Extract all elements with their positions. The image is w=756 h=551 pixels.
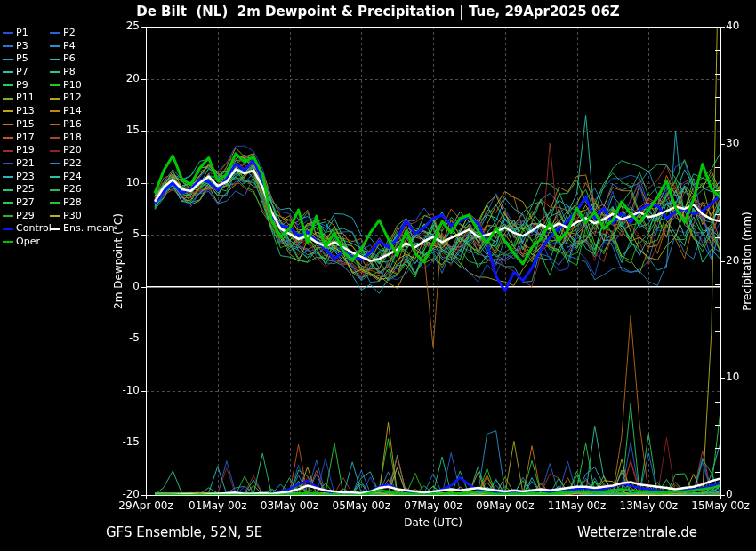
legend-entry-p25: P25 <box>3 183 50 196</box>
left-tick-label: -5 <box>102 331 140 344</box>
legend-label: P24 <box>63 171 82 184</box>
legend-entry-p30: P30 <box>50 210 148 223</box>
left-tick-label: 0 <box>102 280 140 292</box>
legend-entry-p17: P17 <box>3 132 50 145</box>
legend-label: P7 <box>16 66 28 79</box>
legend-color-swatch <box>3 84 13 86</box>
right-tick-label: 0 <box>726 488 756 500</box>
legend-label: Control <box>16 222 52 236</box>
legend-color-swatch <box>50 228 60 230</box>
x-tick-label: 07May 00z <box>396 499 470 512</box>
legend-entry-p6: P6 <box>50 52 148 66</box>
legend-color-swatch <box>50 71 60 73</box>
right-tick-label: 20 <box>726 254 756 267</box>
chart-title: De Bilt (NL) 2m Dewpoint & Precipitation… <box>0 4 756 20</box>
left-tick-label: 25 <box>102 20 140 32</box>
left-tick-label: 20 <box>102 72 140 84</box>
legend-label: P12 <box>63 92 82 105</box>
legend-color-swatch <box>3 176 13 178</box>
legend-label: P14 <box>63 105 82 118</box>
legend-label: Oper <box>16 236 40 249</box>
legend-color-swatch <box>3 163 13 164</box>
legend-color-swatch <box>50 32 60 34</box>
legend-label: P1 <box>16 27 28 40</box>
legend-color-swatch <box>50 45 60 47</box>
legend-color-swatch <box>3 71 13 73</box>
legend-entry-p15: P15 <box>3 118 50 132</box>
footer-model-label: GFS Ensemble, 52N, 5E <box>106 524 262 540</box>
right-tick-label: 40 <box>726 20 756 32</box>
x-tick-label: 13May 00z <box>611 499 686 512</box>
legend-color-swatch <box>3 150 13 152</box>
legend-label: P13 <box>16 105 35 118</box>
legend-label: P4 <box>63 40 76 53</box>
right-tick-label: 30 <box>726 137 756 149</box>
ensemble-legend: P1P2P3P4P5P6P7P8P9P10P11P12P13P14P15P16P… <box>3 27 148 249</box>
legend-color-swatch <box>50 84 60 86</box>
legend-entry-p22: P22 <box>50 157 148 171</box>
legend-label: P5 <box>16 52 28 66</box>
right-tick-label: 10 <box>726 371 756 383</box>
legend-entry-p9: P9 <box>3 79 50 92</box>
legend-label: P16 <box>63 118 82 132</box>
x-tick-label: 29Apr 00z <box>109 499 183 512</box>
legend-color-swatch <box>50 189 60 191</box>
legend-label: P10 <box>63 79 82 92</box>
left-tick-label: 10 <box>102 176 140 188</box>
legend-color-swatch <box>50 215 60 217</box>
legend-color-swatch <box>50 163 60 164</box>
legend-entry-p12: P12 <box>50 92 148 105</box>
legend-entry-p19: P19 <box>3 144 50 157</box>
legend-label: P6 <box>63 52 76 66</box>
legend-color-swatch <box>3 59 13 60</box>
legend-color-swatch <box>50 59 60 60</box>
legend-color-swatch <box>50 150 60 152</box>
legend-entry-p11: P11 <box>3 92 50 105</box>
legend-entry-p23: P23 <box>3 171 50 184</box>
left-tick-label: -20 <box>102 488 140 500</box>
legend-color-swatch <box>3 32 13 34</box>
legend-label: P27 <box>16 196 35 210</box>
legend-color-swatch <box>3 241 13 243</box>
legend-label: P17 <box>16 132 35 145</box>
x-tick-label: 09May 00z <box>468 499 543 512</box>
left-tick-label: -15 <box>102 435 140 448</box>
legend-label: P11 <box>16 92 35 105</box>
legend-color-swatch <box>3 215 13 217</box>
legend-color-swatch <box>50 110 60 112</box>
legend-entry-p14: P14 <box>50 105 148 118</box>
legend-color-swatch <box>3 228 13 230</box>
legend-entry-p7: P7 <box>3 66 50 79</box>
legend-label: P9 <box>16 79 28 92</box>
legend-label: P21 <box>16 157 35 171</box>
legend-color-swatch <box>3 45 13 47</box>
legend-label: P30 <box>63 210 82 223</box>
legend-color-swatch <box>50 202 60 204</box>
legend-entry-control: Control <box>3 222 50 236</box>
legend-label: P29 <box>16 210 35 223</box>
legend-label: P26 <box>63 183 82 196</box>
legend-color-swatch <box>3 189 13 191</box>
legend-color-swatch <box>50 137 60 139</box>
legend-entry-p1: P1 <box>3 27 50 40</box>
legend-color-swatch <box>50 98 60 100</box>
legend-entry-p4: P4 <box>50 40 148 53</box>
legend-entry-p13: P13 <box>3 105 50 118</box>
legend-label: P2 <box>63 27 76 40</box>
legend-label: P15 <box>16 118 35 132</box>
left-tick-label: 5 <box>102 228 140 240</box>
legend-color-swatch <box>50 176 60 178</box>
x-tick-label: 01May 00z <box>181 499 255 512</box>
legend-label: P23 <box>16 171 35 184</box>
legend-color-swatch <box>3 202 13 204</box>
legend-entry-oper: Oper <box>3 236 50 249</box>
legend-color-swatch <box>3 124 13 125</box>
legend-entry-p21: P21 <box>3 157 50 171</box>
x-tick-label: 03May 00z <box>253 499 327 512</box>
legend-label: P18 <box>63 132 82 145</box>
legend-color-swatch <box>3 98 13 100</box>
x-tick-label: 11May 00z <box>540 499 615 512</box>
legend-color-swatch <box>3 110 13 112</box>
left-tick-label: -10 <box>102 384 140 396</box>
legend-entry-p28: P28 <box>50 196 148 210</box>
